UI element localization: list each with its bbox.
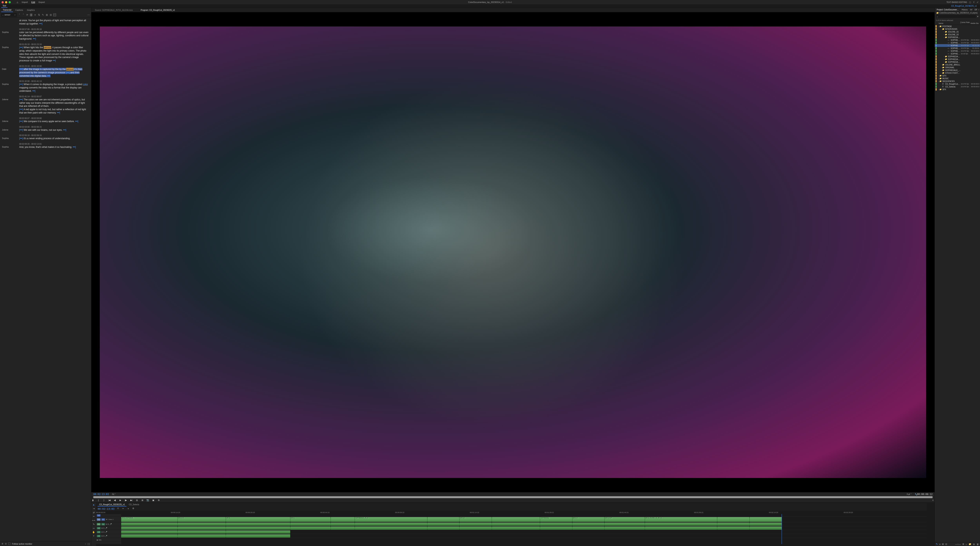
transcript-segment[interactable]: Jolene00:02:00:07 - 00:02:03:00[•••] We … [2, 117, 89, 123]
transcript-text[interactable]: [•••] We compare it to every apple we've… [19, 120, 89, 123]
video-clip[interactable]: [MC2] SO [178, 517, 226, 522]
audio-clip[interactable] [121, 534, 178, 538]
search-input[interactable] [5, 14, 14, 16]
audio-clip[interactable] [226, 522, 290, 526]
video-clip[interactable]: [MC2] S [572, 517, 605, 522]
goto-out-icon[interactable]: ▶| [130, 499, 133, 502]
refresh-icon[interactable]: ⟳ [26, 14, 29, 16]
pause-marker-icon[interactable]: ∥ [30, 14, 33, 16]
edit-mode-icon[interactable]: ✎ [936, 543, 938, 545]
transcript-text[interactable]: [•••] We see with our brains, not our ey… [19, 128, 89, 132]
project-search-input[interactable] [939, 16, 975, 18]
audio-clip[interactable] [178, 522, 226, 526]
track-header-a2[interactable]: A2 M S 🎤 [96, 526, 121, 530]
follow-monitor-checkbox[interactable] [8, 543, 10, 545]
audio-clip[interactable] [460, 526, 492, 530]
project-bin[interactable]: ⌄📁SOPHIEDALE_01 [935, 36, 980, 39]
project-bin[interactable]: ›📁SOPHIEDALE_02 [935, 55, 980, 58]
filter-icon[interactable]: ≡ [34, 14, 37, 16]
new-bin-icon[interactable]: 📁 [969, 543, 971, 545]
menu-edit[interactable]: Edit [31, 1, 35, 3]
video-clip[interactable]: [MC3] SOPHIEDAL [121, 517, 178, 522]
video-clip[interactable]: SOPHIEDALE_03_M [355, 517, 427, 522]
goto-in-icon[interactable]: |◀ [108, 499, 111, 502]
project-clip[interactable]: ▭SOPHIEDALE_I24.00 fps00:00:00:0 [935, 53, 980, 55]
transcript-segment[interactable]: Sophia00:01:05:18 - 00:01:23:10[•••] Whe… [2, 43, 89, 62]
video-clip[interactable]: [MC3] JOLENE_02_MC [V] [645, 517, 718, 522]
transcript-segment[interactable]: Sophia00:00:57:06 - 00:01:05:16color can… [2, 28, 89, 41]
audio-clip[interactable] [355, 526, 427, 530]
audio-clip[interactable] [290, 522, 331, 526]
video-clip[interactable] [427, 517, 460, 522]
video-clip[interactable]: [MC2] [290, 517, 331, 522]
add-button-icon[interactable]: + [931, 499, 934, 502]
project-bin[interactable]: ⌄📁FOOTAGE [935, 25, 980, 28]
footer-icon2[interactable]: ⊟ [5, 543, 7, 545]
disclosure-arrow[interactable]: › [940, 64, 942, 66]
selection-tool-icon[interactable]: ▲ [92, 503, 95, 506]
project-bin[interactable]: ›📁SOPHIEDALE_03 [935, 58, 980, 60]
audio-clip[interactable] [121, 530, 178, 534]
transcript-segment[interactable]: Sophia00:02:06:18 - 00:02:09:16[•••] it'… [2, 134, 89, 140]
freeform-view-icon[interactable]: ⊡ [945, 543, 947, 545]
source-tab[interactable]: Source: SOPHIEDALE_INT01_ALEXA.mov [93, 9, 135, 11]
project-clip[interactable]: ≣CD_Selects23.976 fps00:00:00:0 [935, 85, 980, 88]
eff-tab[interactable]: Eff [973, 8, 978, 11]
project-bin[interactable]: ›📁JOLENE_BROLL [935, 63, 980, 66]
monitor-scrubber[interactable] [93, 496, 932, 498]
audio-clip[interactable] [178, 534, 226, 538]
video-clip[interactable] [717, 517, 749, 522]
project-bin[interactable]: ›📁SFX [935, 88, 980, 91]
audio-clip[interactable] [749, 526, 782, 530]
disclosure-arrow[interactable]: ⌄ [937, 25, 939, 27]
play-icon[interactable]: ▶ [119, 499, 122, 502]
disclosure-arrow[interactable]: › [943, 61, 945, 63]
transcript-segment[interactable]: Jolene00:02:03:00 - 00:02:06:15[•••] We … [2, 126, 89, 132]
project-search[interactable]: ⌕ [936, 15, 976, 18]
audio-clip[interactable] [331, 526, 355, 530]
timeline-scrollbar[interactable] [96, 544, 927, 546]
in-point-icon[interactable]: { [97, 499, 100, 502]
hand-tool-icon[interactable]: ✋ [92, 531, 95, 534]
audio-clip[interactable] [331, 522, 355, 526]
audio-clip[interactable] [605, 522, 645, 526]
transcript-segment[interactable]: Dale00:01:23:10 - 00:01:32:00[•••] after… [2, 65, 89, 78]
project-bin[interactable]: ›📁SOPHIEDALE_BROLL [935, 69, 980, 72]
replace-icon[interactable]: ⊞ [46, 14, 48, 16]
disclosure-arrow[interactable]: ⌄ [940, 28, 942, 30]
audio-clip[interactable] [178, 530, 226, 534]
track-header-v2[interactable]: V2 [96, 514, 121, 517]
video-clip[interactable]: [MC3] S [460, 517, 492, 522]
audio-clip[interactable] [121, 526, 178, 530]
search-box[interactable]: ⌕ × [1, 13, 17, 17]
compare-icon[interactable]: ▣ [152, 499, 155, 502]
disclosure-arrow[interactable]: › [937, 89, 939, 91]
project-bin[interactable]: ›📁GFX [935, 74, 980, 77]
disclosure-arrow[interactable]: › [943, 34, 945, 35]
audio-clip[interactable] [717, 522, 749, 526]
marker2-icon[interactable]: ⬥ [127, 507, 130, 510]
home-icon[interactable]: ⌂ [17, 1, 18, 4]
timeline-tab-2[interactable]: CD_Selects [127, 503, 141, 506]
audio-clip[interactable] [427, 522, 460, 526]
monitor-timecode[interactable]: 00:02:13:03 [93, 493, 109, 496]
disclosure-arrow[interactable]: ⌄ [937, 80, 939, 82]
video-clip[interactable]: [MC3] [226, 517, 290, 522]
track-select-tool-icon[interactable]: ⇥ [92, 507, 95, 511]
disclosure-arrow[interactable]: › [937, 78, 939, 80]
link-icon[interactable]: ∞ [121, 507, 125, 510]
footer-icon[interactable]: ≣ [2, 543, 3, 545]
tab-text[interactable]: Text [1, 4, 8, 8]
footer-right-icon[interactable]: ○ [85, 543, 86, 545]
project-breadcrumb[interactable]: 📁 ColorDocumentary_kp_20230314_v1.prproj [935, 11, 980, 14]
audio-clip[interactable] [290, 526, 331, 530]
transcript-text[interactable]: at once. You've got the physics of light… [19, 19, 89, 25]
project-bin[interactable]: ⌄📁INTERVIEWS [935, 28, 980, 30]
project-clip[interactable]: ▭SOPHIEDALE_023.976 fps00:00:00:0 [935, 39, 980, 41]
project-tree[interactable]: ⌄📁FOOTAGE⌄📁INTERVIEWS›📁JOLENE_01›📁JOLENE… [935, 25, 980, 542]
audio-clip[interactable] [572, 526, 605, 530]
lift-icon[interactable]: ⊟ [135, 499, 138, 502]
track-header-a4[interactable]: A4 M S 🎤 [96, 534, 121, 538]
cc-icon[interactable]: CC [53, 14, 56, 16]
audio-clip[interactable] [121, 522, 178, 526]
